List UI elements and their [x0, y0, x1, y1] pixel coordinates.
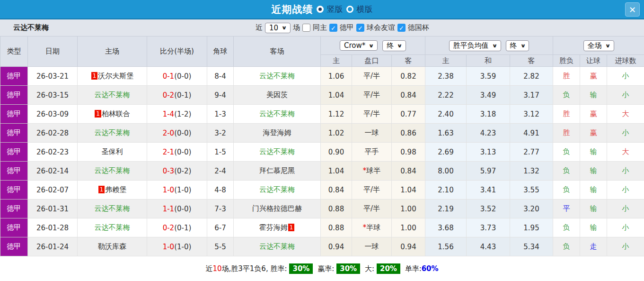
halftime-score: (0-2) — [174, 167, 191, 175]
cell-date: 26-03-15 — [28, 86, 78, 105]
club-friendly-checkbox[interactable] — [356, 24, 364, 32]
cell-score: 1-1(0-0) — [147, 199, 207, 218]
cell-odds-home: 1.04 — [321, 162, 352, 181]
home-rank-badge: 1 — [98, 186, 105, 193]
avg-time-value: 终 — [510, 41, 517, 50]
avg-type-value: 胜平负均值 — [453, 41, 489, 50]
chevron-down-icon: ∨ — [369, 43, 374, 49]
fulltime-score: 1-4 — [163, 110, 175, 118]
cell-date: 26-01-31 — [28, 199, 78, 218]
cell-away-team: 拜仁慕尼黑 — [234, 162, 321, 181]
fulltime-score: 2-1 — [163, 148, 175, 156]
away-team-name: 云达不莱梅 — [259, 109, 295, 118]
cell-avg-away: 1.32 — [510, 162, 553, 181]
header-date: 日期 — [28, 36, 78, 67]
avg-type-select[interactable]: 胜平负均值 ∨ — [449, 40, 501, 51]
subheader-avg-home: 主 — [425, 55, 467, 67]
cell-spread-result: 赢 — [580, 67, 607, 86]
league-bundesliga-checkbox[interactable] — [329, 24, 337, 32]
cell-away-team: 云达不莱梅 — [234, 181, 321, 199]
cell-home-team: 1柏林联合 — [78, 105, 147, 124]
big-rate-label: 大: — [362, 264, 374, 273]
away-team-name: 美因茨 — [266, 91, 288, 99]
home-team-name: 柏林联合 — [102, 109, 130, 118]
cell-result: 负 — [553, 86, 580, 105]
radio-vertical-layout[interactable] — [317, 6, 324, 13]
cell-odds-away: 1.04 — [392, 181, 425, 199]
fulltime-score: 1-0 — [163, 186, 175, 194]
results-table: 类型 日期 主场 比分(半场) 角球 客场 Crow* ∨ 终 ∨ — [0, 36, 644, 256]
cell-home-team: 云达不莱梅 — [78, 199, 147, 218]
cell-result: 胜 — [553, 124, 580, 143]
cell-odds-home: 1.12 — [321, 105, 352, 124]
table-row: 德甲 26-03-15 云达不莱梅 0-2(0-1) 9-4 美因茨 1.04 … — [0, 86, 644, 105]
chevron-down-icon: ∨ — [492, 43, 497, 49]
cell-handicap: 一球 — [352, 237, 392, 256]
scope-select[interactable]: 全场 ∨ — [583, 40, 614, 51]
handicap-name: 平/半 — [363, 185, 380, 194]
matches-label: 场 — [293, 23, 300, 32]
table-row: 德甲 26-02-07 1弗赖堡 1-0(1-0) 4-8 云达不莱梅 0.84… — [0, 181, 644, 199]
dfb-pokal-checkbox[interactable] — [397, 24, 406, 32]
cell-spread-result: 赢 — [580, 105, 607, 124]
halftime-score: (0-1) — [174, 91, 191, 100]
home-team-name: 云达不莱梅 — [95, 166, 130, 175]
recent-label: 近 — [256, 23, 263, 32]
table-row: 德甲 26-02-23 圣保利 2-1(0-0) 1-5 云达不莱梅 0.90 … — [0, 143, 644, 162]
cell-avg-home: 8.00 — [425, 162, 467, 181]
cell-spread-result: 输 — [580, 218, 607, 237]
odds-time-value: 终 — [387, 41, 394, 50]
cell-avg-away: 3.20 — [510, 199, 553, 218]
cell-avg-home: 2.69 — [425, 143, 467, 162]
cell-spread-result: 赢 — [580, 124, 607, 143]
cell-avg-away: 4.91 — [510, 124, 553, 143]
cell-league: 德甲 — [0, 67, 28, 86]
cell-corner: 6-7 — [207, 218, 234, 237]
home-rank-badge: 1 — [91, 72, 98, 80]
fulltime-score: 2-0 — [163, 129, 175, 137]
cell-corner: 5-5 — [207, 237, 234, 256]
fulltime-score: 0-1 — [163, 72, 175, 81]
handicap-name: 一球 — [365, 242, 379, 251]
radio-horizontal-label[interactable]: 横版 — [357, 4, 373, 15]
recent-count-select[interactable]: 10 ∨ — [265, 23, 291, 33]
halftime-score: (0-0) — [174, 129, 191, 137]
cell-league: 德甲 — [0, 237, 28, 256]
cell-goals-result: 大 — [607, 105, 644, 124]
cell-odds-away: 0.82 — [392, 67, 425, 86]
radio-vertical-label[interactable]: 竖版 — [327, 4, 343, 15]
subheader-avg-away: 客 — [510, 55, 553, 67]
odds-company-select[interactable]: Crow* ∨ — [340, 40, 378, 51]
avg-time-select[interactable]: 终 ∨ — [506, 40, 529, 51]
header-avg-group: 胜平负均值 ∨ 终 ∨ — [425, 36, 553, 55]
home-team-name: 圣保利 — [102, 147, 123, 156]
cell-spread-result: 走 — [580, 237, 607, 256]
away-team-name: 霍芬海姆 — [259, 223, 288, 232]
cell-avg-away: 2.82 — [510, 67, 553, 86]
cell-result: 胜 — [553, 67, 580, 86]
cell-home-team: 云达不莱梅 — [78, 218, 147, 237]
close-button[interactable]: ✕ — [625, 2, 640, 17]
results-body: 德甲 26-03-21 1沃尔夫斯堡 0-1(0-0) 8-4 云达不莱梅 1.… — [0, 67, 644, 256]
odds-time-select[interactable]: 终 ∨ — [382, 40, 406, 51]
cell-score: 0-3(0-2) — [147, 162, 207, 181]
fulltime-score: 0-2 — [163, 91, 175, 100]
cell-date: 26-02-28 — [28, 124, 78, 143]
table-row: 德甲 26-02-28 云达不莱梅 2-0(0-0) 3-2 海登海姆 1.02… — [0, 124, 644, 143]
radio-horizontal-layout[interactable] — [346, 6, 353, 13]
cell-odds-home: 1.04 — [321, 86, 352, 105]
cell-avg-draw: 3.59 — [467, 67, 510, 86]
single-rate-label: 单率: — [403, 264, 422, 273]
away-team-name: 云达不莱梅 — [259, 147, 295, 156]
cell-odds-home: 0.88 — [321, 199, 352, 218]
cell-spread-result: 输 — [580, 86, 607, 105]
halftime-score: (0-0) — [174, 148, 191, 156]
cell-avg-draw: 3.52 — [467, 199, 510, 218]
cell-odds-home: 0.88 — [321, 218, 352, 237]
cell-avg-home: 1.56 — [425, 237, 467, 256]
same-home-checkbox[interactable] — [302, 24, 310, 32]
cell-corner: 3-2 — [207, 124, 234, 143]
cell-date: 26-01-28 — [28, 218, 78, 237]
cell-away-team: 霍芬海姆1 — [234, 218, 321, 237]
cell-handicap: 平手 — [352, 143, 392, 162]
